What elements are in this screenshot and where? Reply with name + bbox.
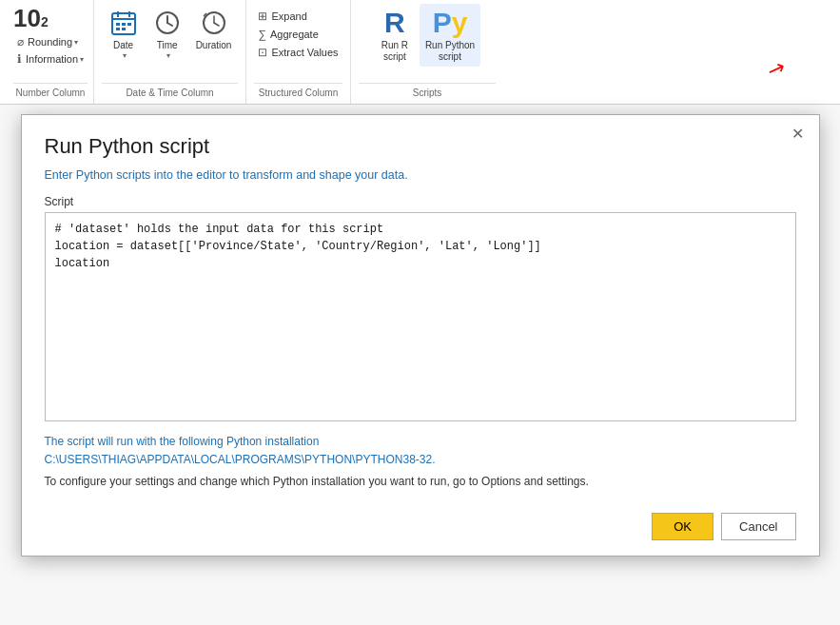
datetime-section-label: Date & Time Column [102,83,238,100]
aggregate-icon: ∑ [258,28,266,41]
dialog-title: Run Python script [45,134,796,159]
rounding-icon: ⌀ [17,35,24,49]
datetime-buttons-group: Date ▾ Time ▾ [103,4,238,64]
dialog-overlay: ✕ Run Python script Enter Python scripts… [0,105,840,625]
duration-label: Duration [196,40,232,51]
superscript-number: 10 [13,4,41,33]
dialog-buttons: OK Cancel [45,503,796,540]
ok-button[interactable]: OK [652,513,713,540]
svg-rect-7 [116,28,120,30]
information-dropdown-arrow: ▾ [80,55,84,64]
date-button[interactable]: Date ▾ [103,4,145,64]
run-r-icon: R [380,8,410,38]
time-icon [152,8,183,38]
run-r-button[interactable]: R Run R script [374,4,416,67]
run-python-dialog: ✕ Run Python script Enter Python scripts… [21,114,820,557]
duration-icon [199,8,229,38]
superscript-power: 2 [41,14,49,29]
date-label: Date [113,40,133,51]
svg-line-11 [167,23,172,26]
rounding-button[interactable]: ⌀ Rounding ▾ [13,33,88,50]
python-path: C:\USERS\THIAG\APPDATA\LOCAL\PROGRAMS\PY… [45,453,436,466]
dialog-close-button[interactable]: ✕ [786,123,810,145]
svg-rect-4 [116,23,120,26]
run-r-label: Run R script [381,40,408,63]
svg-line-14 [214,23,219,26]
time-dropdown-arrow: ▾ [166,51,170,60]
structured-buttons: ⊞ Expand ∑ Aggregate ⊡ Extract Values [254,4,342,61]
run-python-label: Run Python script [425,40,475,63]
svg-rect-6 [127,23,131,26]
svg-rect-8 [122,28,126,30]
red-arrow-annotation: ↗ [764,55,789,85]
number-column-section: 10 2 ⌀ Rounding ▾ ℹ Information ▾ Number… [8,0,94,104]
time-button[interactable]: Time ▾ [147,4,188,64]
rounding-dropdown-arrow: ▾ [74,38,78,47]
scripts-section: R Run R script Py Run Python script Scri… [351,0,503,104]
duration-button[interactable]: Duration [190,4,238,64]
script-editor[interactable]: # 'dataset' holds the input data for thi… [45,212,796,421]
dialog-info-line1: The script will run with the following P… [45,433,796,469]
ribbon: 10 2 ⌀ Rounding ▾ ℹ Information ▾ Number… [0,0,840,105]
expand-button[interactable]: ⊞ Expand [254,8,342,25]
time-label: Time [157,40,178,51]
structured-section-label: Structured Column [254,83,342,100]
svg-rect-5 [122,23,126,26]
dialog-info-line2: To configure your settings and change wh… [45,473,796,490]
structured-section: ⊞ Expand ∑ Aggregate ⊡ Extract Values St… [246,0,351,104]
information-button[interactable]: ℹ Information ▾ [13,50,88,68]
datetime-section: Date ▾ Time ▾ [94,0,246,104]
scripts-buttons-group: R Run R script Py Run Python script [374,4,480,67]
date-dropdown-arrow: ▾ [123,51,127,60]
scripts-section-label: Scripts [359,83,496,100]
extract-icon: ⊡ [258,46,267,59]
aggregate-button[interactable]: ∑ Aggregate [254,26,342,43]
extract-values-button[interactable]: ⊡ Extract Values [254,44,342,61]
information-icon: ℹ [17,52,22,66]
dialog-subtitle: Enter Python scripts into the editor to … [45,168,796,182]
number-column-label: Number Column [13,83,88,100]
cancel-button[interactable]: Cancel [721,513,795,540]
run-python-button[interactable]: Py Run Python script [420,4,480,67]
run-python-icon: Py [435,8,465,38]
date-icon [108,8,139,38]
expand-icon: ⊞ [258,10,267,23]
script-label: Script [45,195,796,208]
